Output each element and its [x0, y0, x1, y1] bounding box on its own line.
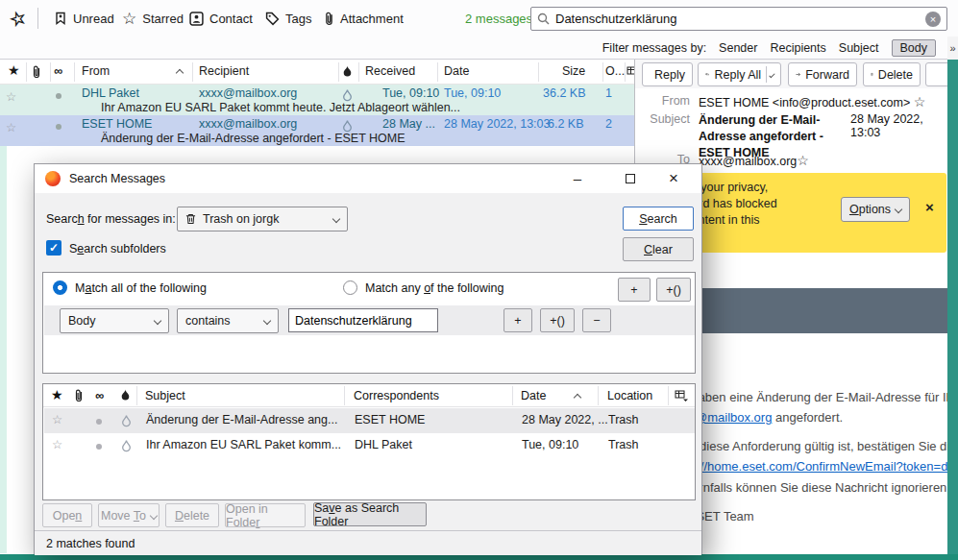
results-attachment-header[interactable]: [74, 389, 84, 402]
filter-by-recipients[interactable]: Recipients: [770, 41, 825, 55]
message-row-dhl[interactable]: ☆ DHL Paket xxxx@mailbox.org Tue, 09:10 …: [0, 85, 634, 115]
date-column-header[interactable]: Date: [444, 64, 469, 78]
reply-all-label: Reply All: [714, 68, 761, 82]
filter-by-body[interactable]: Body: [892, 39, 937, 57]
star-message-icon[interactable]: ☆: [914, 94, 926, 110]
folder-dropdown-chevron-icon: [332, 215, 340, 223]
term-value-input[interactable]: [288, 308, 438, 332]
folder-dropdown[interactable]: Trash on jorgk: [177, 207, 348, 231]
maximize-icon: [626, 174, 635, 183]
filter-by-subject[interactable]: Subject: [839, 41, 879, 55]
received-column-header[interactable]: Received: [365, 64, 415, 78]
open-button[interactable]: Open: [42, 503, 92, 527]
more-actions-button[interactable]: [925, 62, 947, 86]
term-attribute-value: Body: [68, 314, 96, 328]
result-star-icon[interactable]: ☆: [52, 437, 62, 451]
search-icon: [537, 12, 550, 25]
read-status-dot[interactable]: [56, 124, 61, 130]
filter-contact-button[interactable]: Contact: [185, 6, 257, 31]
results-star-header[interactable]: ★: [51, 387, 63, 402]
dialog-titlebar[interactable]: Search Messages – ×: [35, 164, 701, 193]
row-date: 28 May 2022, 13:03: [444, 117, 551, 131]
delete-button[interactable]: Delete: [863, 62, 921, 86]
term-add-button[interactable]: +: [504, 308, 532, 332]
result-junk-icon[interactable]: [121, 440, 132, 452]
filter-by-label: Filter messages by:: [602, 41, 706, 55]
term-add-group-button[interactable]: +(): [540, 308, 575, 332]
results-correspondents-header[interactable]: Correspondents: [354, 389, 439, 402]
results-junk-header[interactable]: [120, 389, 131, 402]
term-operator-dropdown[interactable]: contains: [177, 308, 279, 333]
options-button[interactable]: Options: [841, 197, 910, 222]
clear-search-icon[interactable]: ×: [925, 12, 941, 27]
row-star-icon[interactable]: ☆: [6, 120, 16, 134]
row-order: 1: [605, 86, 612, 100]
filter-attachment-button[interactable]: Attachment: [320, 6, 407, 31]
filter-by-sender[interactable]: Sender: [719, 41, 757, 55]
term-remove-button[interactable]: −: [582, 308, 611, 332]
results-location-header[interactable]: Location: [607, 389, 652, 402]
read-status-dot[interactable]: [56, 93, 61, 99]
reply-button[interactable]: Reply: [642, 62, 693, 86]
reply-all-dropdown-icon[interactable]: [770, 71, 775, 77]
match-any-radio[interactable]: [343, 280, 357, 295]
thread-column-header[interactable]: ∞: [54, 64, 62, 78]
close-button[interactable]: ×: [657, 164, 690, 193]
size-column-header[interactable]: Size: [562, 64, 585, 78]
results-date-header[interactable]: Date: [521, 389, 546, 402]
match-all-radio[interactable]: [53, 280, 67, 295]
results-column-picker-icon[interactable]: [675, 390, 688, 402]
forward-icon: [796, 69, 800, 80]
from-column-header[interactable]: From: [82, 64, 110, 78]
header-expand-icon[interactable]: »: [947, 37, 958, 60]
pin-star-icon: ☆: [7, 5, 29, 31]
to-value[interactable]: xxxx@mailbox.org☆: [699, 153, 809, 168]
star-icon: ☆: [122, 9, 136, 29]
result-star-icon[interactable]: ☆: [52, 412, 62, 426]
order-column-header[interactable]: O...: [605, 64, 625, 78]
trash-icon: [871, 68, 873, 81]
dismiss-warning-icon[interactable]: ×: [925, 199, 934, 215]
dialog-delete-button[interactable]: Delete: [165, 503, 219, 527]
quick-filter-bar: ☆ Unread ☆ Starred Contact Tags Attachme…: [0, 0, 958, 37]
from-value[interactable]: ESET HOME <info@product.eset.com> ☆: [699, 94, 925, 110]
add-term-button[interactable]: +: [618, 278, 651, 302]
message-row-eset[interactable]: ☆ ESET HOME xxxx@mailbox.org 28 May ... …: [0, 115, 634, 146]
result-correspondent: ESET HOME: [355, 413, 425, 426]
filter-tags-button[interactable]: Tags: [261, 6, 315, 31]
recipient-column-header[interactable]: Recipient: [199, 64, 249, 78]
search-term-row: Body contains + +() −: [44, 305, 695, 335]
junk-column-header[interactable]: [342, 65, 353, 78]
result-location: Trash: [608, 413, 639, 426]
quick-search-box[interactable]: ×: [530, 7, 947, 31]
search-button[interactable]: Search: [623, 207, 694, 231]
row-star-icon[interactable]: ☆: [6, 89, 16, 104]
clear-button[interactable]: Clear: [623, 237, 694, 261]
reply-all-button[interactable]: Reply All: [698, 62, 781, 86]
column-picker-icon[interactable]: [626, 66, 635, 78]
star-column-header[interactable]: ★: [8, 62, 20, 78]
results-subject-header[interactable]: Subject: [145, 389, 185, 402]
open-in-folder-button[interactable]: Open in Folder: [225, 503, 306, 527]
filter-unread-button[interactable]: Unread: [50, 6, 118, 31]
save-as-search-folder-button[interactable]: Save as Search Folder: [313, 502, 427, 526]
minimize-button[interactable]: –: [561, 164, 594, 193]
attachment-column-header[interactable]: [32, 65, 41, 79]
forward-button[interactable]: Forward: [788, 62, 857, 86]
term-attribute-dropdown[interactable]: Body: [60, 308, 169, 333]
star-recipient-icon[interactable]: ☆: [797, 153, 809, 168]
result-row-eset[interactable]: ☆ Änderung der E-Mail-Adresse ang... ESE…: [44, 408, 695, 433]
sticky-filter-pin-icon[interactable]: ☆: [6, 6, 30, 31]
results-thread-header[interactable]: ∞: [95, 389, 104, 402]
result-junk-icon[interactable]: [121, 415, 132, 427]
move-to-button[interactable]: Move To: [98, 503, 160, 527]
confirm-email-link[interactable]: https://home.eset.com/ConfirmNewEmail?to…: [670, 459, 947, 474]
add-group-button[interactable]: +(): [656, 278, 691, 302]
filter-attachment-label: Attachment: [340, 12, 404, 26]
maximize-button[interactable]: [614, 164, 647, 193]
search-input[interactable]: [555, 12, 920, 26]
attachment-icon: [324, 12, 334, 26]
filter-starred-button[interactable]: ☆ Starred: [118, 6, 187, 31]
search-subfolders-checkbox[interactable]: ✓: [46, 240, 61, 256]
result-row-dhl[interactable]: ☆ Ihr Amazon EU SARL Paket komm... DHL P…: [44, 433, 695, 458]
